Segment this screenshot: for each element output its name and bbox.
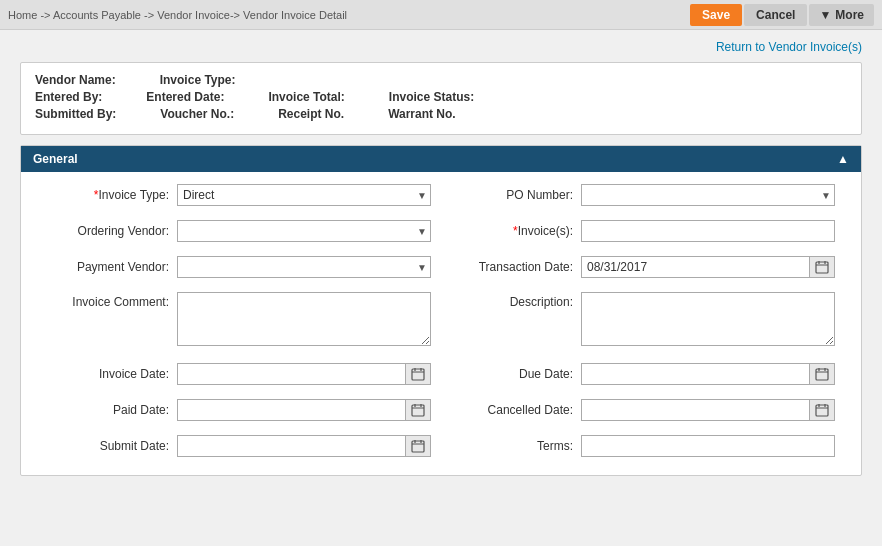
collapse-icon[interactable]: ▲ [837,152,849,166]
paid-date-row: Paid Date: [47,399,431,421]
form-grid: *Invoice Type: Direct PO Based Other ▼ [37,184,845,463]
description-textarea-wrapper [581,292,835,349]
invoice-date-row: Invoice Date: [47,363,431,385]
cancel-button[interactable]: Cancel [744,4,807,26]
ordering-vendor-select[interactable] [177,220,431,242]
entered-by-item: Entered By: [35,90,106,104]
paid-date-calendar-button[interactable] [406,399,431,421]
entered-by-label: Entered By: [35,90,102,104]
form-col-left: *Invoice Type: Direct PO Based Other ▼ [37,184,441,463]
invoice-status-item: Invoice Status: [389,90,478,104]
vendor-name-label: Vendor Name: [35,73,116,87]
calendar-icon [815,403,829,417]
po-number-select[interactable] [581,184,835,206]
due-date-wrapper [581,363,835,385]
due-date-input[interactable] [581,363,810,385]
svg-rect-12 [816,262,828,273]
transaction-date-input[interactable] [581,256,810,278]
calendar-icon [815,260,829,274]
submitted-by-item: Submitted By: [35,107,120,121]
terms-input[interactable] [581,435,835,457]
invoice-type-item: Invoice Type: [160,73,240,87]
terms-row: Terms: [451,435,835,457]
po-number-row: PO Number: ▼ [451,184,835,206]
cancelled-date-row: Cancelled Date: [451,399,835,421]
payment-vendor-label: Payment Vendor: [47,260,177,274]
general-section: General ▲ *Invoice Type: Direct PO [20,145,862,476]
receipt-no-label: Receipt No. [278,107,344,121]
svg-rect-8 [412,441,424,452]
content-area: Return to Vendor Invoice(s) Vendor Name:… [0,30,882,486]
paid-date-wrapper [177,399,431,421]
warrant-no-item: Warrant No. [388,107,460,121]
cancelled-date-calendar-button[interactable] [810,399,835,421]
top-bar: Home -> Accounts Payable -> Vendor Invoi… [0,0,882,30]
more-label: More [835,8,864,22]
svg-rect-20 [816,405,828,416]
invoice-date-calendar-button[interactable] [406,363,431,385]
voucher-no-label: Voucher No.: [160,107,234,121]
breadcrumb: Home -> Accounts Payable -> Vendor Invoi… [8,9,347,21]
submit-date-calendar-button[interactable] [406,435,431,457]
payment-vendor-select[interactable] [177,256,431,278]
paid-date-label: Paid Date: [47,403,177,417]
more-dropdown-arrow: ▼ [819,8,831,22]
invoice-comment-textarea[interactable] [177,292,431,346]
due-date-row: Due Date: [451,363,835,385]
submit-date-row: Submit Date: [47,435,431,457]
summary-row-1: Vendor Name: Invoice Type: [35,73,847,87]
cancelled-date-label: Cancelled Date: [451,403,581,417]
calendar-icon [411,439,425,453]
calendar-icon [411,403,425,417]
invoice-date-label: Invoice Date: [47,367,177,381]
invoice-type-row: *Invoice Type: Direct PO Based Other ▼ [47,184,431,206]
transaction-date-label: Transaction Date: [451,260,581,274]
more-button[interactable]: ▼ More [809,4,874,26]
return-link-container: Return to Vendor Invoice(s) [20,40,862,54]
description-textarea[interactable] [581,292,835,346]
entered-date-label: Entered Date: [146,90,224,104]
po-number-label: PO Number: [451,188,581,202]
invoice-total-item: Invoice Total: [268,90,348,104]
invoice-type-select-wrapper: Direct PO Based Other ▼ [177,184,431,206]
summary-row-3: Submitted By: Voucher No.: Receipt No. W… [35,107,847,121]
return-to-vendor-invoices-link[interactable]: Return to Vendor Invoice(s) [716,40,862,54]
svg-rect-16 [816,369,828,380]
vendor-name-item: Vendor Name: [35,73,120,87]
invoice-type-label: Invoice Type: [160,73,236,87]
general-section-header: General ▲ [21,146,861,172]
invoice-type-select[interactable]: Direct PO Based Other [177,184,431,206]
transaction-date-calendar-button[interactable] [810,256,835,278]
due-date-label: Due Date: [451,367,581,381]
general-section-title: General [33,152,78,166]
cancelled-date-input[interactable] [581,399,810,421]
ordering-vendor-select-wrapper: ▼ [177,220,431,242]
payment-vendor-select-wrapper: ▼ [177,256,431,278]
save-button[interactable]: Save [690,4,742,26]
invoice-status-label: Invoice Status: [389,90,474,104]
calendar-icon [815,367,829,381]
invoices-input[interactable] [581,220,835,242]
transaction-date-row: Transaction Date: [451,256,835,278]
invoice-date-wrapper [177,363,431,385]
terms-label: Terms: [451,439,581,453]
submitted-by-label: Submitted By: [35,107,116,121]
description-row: Description: [451,292,835,349]
general-section-body: *Invoice Type: Direct PO Based Other ▼ [21,172,861,475]
warrant-no-label: Warrant No. [388,107,456,121]
submit-date-input[interactable] [177,435,406,457]
ordering-vendor-row: Ordering Vendor: ▼ [47,220,431,242]
invoices-label: *Invoice(s): [451,224,581,238]
due-date-calendar-button[interactable] [810,363,835,385]
submit-date-wrapper [177,435,431,457]
po-number-select-wrapper: ▼ [581,184,835,206]
cancelled-date-wrapper [581,399,835,421]
payment-vendor-row: Payment Vendor: ▼ [47,256,431,278]
summary-row-2: Entered By: Entered Date: Invoice Total:… [35,90,847,104]
invoices-row: *Invoice(s): [451,220,835,242]
paid-date-input[interactable] [177,399,406,421]
submit-date-label: Submit Date: [47,439,177,453]
invoice-date-input[interactable] [177,363,406,385]
invoice-type-field-label: *Invoice Type: [47,188,177,202]
voucher-no-item: Voucher No.: [160,107,238,121]
